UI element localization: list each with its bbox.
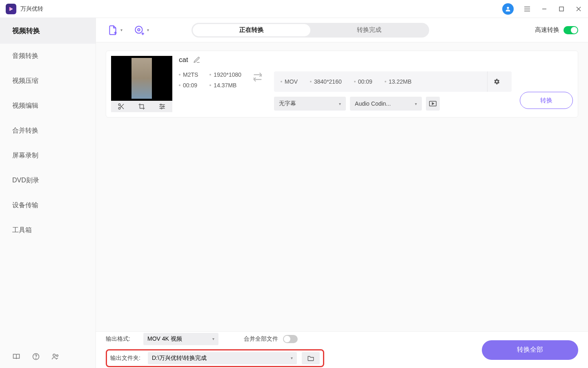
svg-point-20 [118,104,120,106]
tabs: 正在转换 转换完成 [192,23,429,38]
svg-point-28 [163,106,164,107]
browse-folder-button[interactable] [302,352,320,364]
speed-toggle-group: 高速转换 [535,26,578,34]
sidebar-item-video-convert[interactable]: 视频转换 [0,18,96,44]
convert-button[interactable]: 转换 [520,92,573,109]
sidebar-item-device-transfer[interactable]: 设备传输 [0,193,96,218]
chevron-down-icon: ▾ [147,28,149,32]
close-icon[interactable] [575,5,582,13]
file-card: cat M2TS 1920*1080 00:09 14.37MB [106,51,578,117]
merge-all-label: 合并全部文件 [244,335,278,343]
title-bar: 万兴优转 [0,0,588,18]
gear-icon [493,78,500,85]
svg-point-13 [56,355,58,356]
svg-point-17 [138,29,140,31]
output-format-select[interactable]: MOV 4K 视频 ▾ [143,333,218,345]
svg-point-16 [135,26,142,33]
src-duration: 00:09 [179,82,198,89]
crop-icon[interactable] [138,103,145,110]
sidebar-item-dvd-burn[interactable]: DVD刻录 [0,168,96,193]
title-right [502,3,582,15]
svg-point-12 [53,354,56,357]
tgt-format: MOV [281,78,298,85]
folder-icon [307,355,314,361]
toolbar: ▾ ▾ 正在转换 转换完成 高速转换 [96,18,588,42]
chevron-down-icon: ▾ [339,102,341,106]
svg-point-11 [36,358,36,359]
preview-button[interactable] [426,97,440,111]
sidebar-item-screen-record[interactable]: 屏幕录制 [0,143,96,168]
chevron-down-icon: ▾ [212,337,214,341]
content-area: ▾ ▾ 正在转换 转换完成 高速转换 [96,18,588,368]
source-specs: M2TS 1920*1080 00:09 14.37MB [179,71,241,89]
chevron-down-icon: ▾ [120,28,122,32]
sidebar-item-merge-convert[interactable]: 合并转换 [0,118,96,143]
tab-completed[interactable]: 转换完成 [310,24,428,36]
output-folder-select[interactable]: D:\万兴优转\转换完成 ▾ [148,352,297,364]
src-resolution: 1920*1080 [209,71,241,78]
tgt-duration: 00:09 [354,78,372,85]
sidebar-item-toolbox[interactable]: 工具箱 [0,218,96,243]
sidebar-item-audio-convert[interactable]: 音频转换 [0,44,96,69]
src-format: M2TS [179,71,198,78]
audio-select[interactable]: Audio Codin... ▾ [350,97,422,111]
convert-all-button[interactable]: 转换全部 [482,340,578,360]
sidebar: 视频转换 音频转换 视频压缩 视频编辑 合并转换 屏幕录制 DVD刻录 设备传输… [0,18,96,368]
svg-point-29 [161,108,162,109]
adjust-icon[interactable] [158,103,166,110]
output-settings-button[interactable] [487,71,505,92]
preview-icon [429,100,437,107]
transform-arrow-icon [252,71,263,83]
menu-icon[interactable] [523,5,531,13]
cut-icon[interactable] [118,103,125,110]
chevron-down-icon: ▾ [415,102,417,106]
subtitle-select[interactable]: 无字幕 ▾ [274,97,346,111]
tgt-size: 13.22MB [385,78,412,85]
svg-rect-7 [559,7,564,11]
chevron-down-icon: ▾ [291,356,293,360]
app-logo-icon [6,4,16,14]
add-file-button[interactable]: ▾ [106,22,124,38]
video-thumbnail[interactable] [111,56,172,101]
tab-converting[interactable]: 正在转换 [193,24,310,36]
output-format-label: 输出格式: [106,335,138,343]
thumbnail-tools [111,101,172,112]
guide-icon[interactable] [12,352,20,361]
svg-marker-31 [432,103,434,105]
add-disc-button[interactable]: ▾ [132,22,151,38]
speed-toggle-label: 高速转换 [535,26,559,34]
file-name: cat [179,56,188,64]
maximize-icon[interactable] [558,5,565,13]
footer: 输出格式: MOV 4K 视频 ▾ 合并全部文件 输出文件夹: D:\万兴优转\… [96,331,588,368]
src-size: 14.37MB [209,82,241,89]
edit-name-icon[interactable] [193,56,200,64]
user-account-icon[interactable] [502,3,514,15]
output-folder-label: 输出文件夹: [110,355,143,362]
sidebar-item-video-edit[interactable]: 视频编辑 [0,93,96,118]
tgt-resolution: 3840*2160 [310,78,342,85]
svg-point-2 [507,7,509,9]
minimize-icon[interactable] [541,5,548,13]
contact-icon[interactable] [51,352,60,361]
title-left: 万兴优转 [6,4,43,14]
speed-toggle[interactable] [564,26,578,34]
app-title: 万兴优转 [20,5,43,13]
output-folder-row: 输出文件夹: D:\万兴优转\转换完成 ▾ [106,349,324,367]
sidebar-item-video-compress[interactable]: 视频压缩 [0,69,96,93]
target-specs-box: MOV 3840*2160 00:09 13.22MB [274,71,512,92]
svg-point-21 [118,107,120,109]
file-list: cat M2TS 1920*1080 00:09 14.37MB [96,42,588,331]
merge-all-toggle[interactable] [283,335,298,343]
svg-point-27 [160,104,162,105]
help-icon[interactable] [32,352,40,361]
